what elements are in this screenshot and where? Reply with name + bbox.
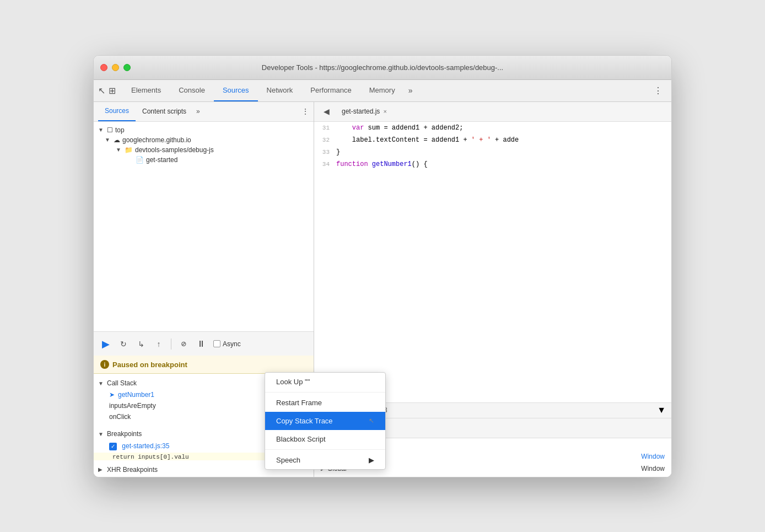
cursor-icon: ↖ xyxy=(369,417,374,424)
inspect-icon[interactable]: ↖ xyxy=(98,85,105,96)
paused-banner: i Paused on breakpoint xyxy=(94,356,314,374)
code-line-34: 34 function getNumber1() { xyxy=(314,158,671,170)
tab-memory[interactable]: Memory xyxy=(360,79,404,101)
tree-label-top: top xyxy=(115,126,125,134)
tree-item-domain[interactable]: ▼ ☁ googlechrome.github.io xyxy=(94,135,314,145)
ctx-item-blackbox-script[interactable]: Blackbox Script xyxy=(265,430,385,448)
code-header: ◀ get-started.js × xyxy=(314,102,671,122)
context-menu: Look Up "" Restart Frame Copy Stack Trac… xyxy=(265,372,386,470)
code-tab-get-started[interactable]: get-started.js × xyxy=(336,101,392,121)
line-number-31: 31 xyxy=(314,125,336,131)
title-bar: Developer Tools - https://googlechrome.g… xyxy=(94,56,671,80)
line-number-33: 33 xyxy=(314,149,336,155)
devtools-window: Developer Tools - https://googlechrome.g… xyxy=(93,55,672,477)
footer-dropdown[interactable]: ▼ xyxy=(657,405,666,415)
async-text: Async xyxy=(223,340,241,348)
tree-arrow: ▼ xyxy=(116,147,122,153)
domain-icon: ☁ xyxy=(114,136,120,144)
callstack-item-label: getNumber1 xyxy=(118,391,154,399)
file-tree: ▼ ☐ top ▼ ☁ googlechrome.github.io ▼ 📁 d… xyxy=(94,122,314,332)
info-icon: i xyxy=(100,360,109,369)
navigate-back-button[interactable]: ◀ xyxy=(319,104,334,119)
tree-label-folder: devtools-samples/debug-js xyxy=(135,146,214,154)
xhr-arrow: ▶ xyxy=(98,466,105,472)
resume-button[interactable]: ▶ xyxy=(98,336,114,352)
active-frame-icon: ➤ xyxy=(109,391,115,399)
tree-item-top[interactable]: ▼ ☐ top xyxy=(94,125,314,135)
breakpoints-arrow: ▼ xyxy=(98,431,105,437)
tab-elements[interactable]: Elements xyxy=(122,79,170,101)
ctx-separator xyxy=(265,392,385,393)
tab-sources[interactable]: Sources xyxy=(214,79,258,101)
line-content-32: label.textContent = addend1 + ' + ' + ad… xyxy=(336,136,671,144)
folder-icon: 📁 xyxy=(125,146,133,154)
devtools-toolbar-icons: ↖ ⊞ xyxy=(98,85,116,96)
bp-label: get-started.js:35 xyxy=(122,442,169,450)
callstack-arrow: ▼ xyxy=(98,380,105,386)
close-button[interactable] xyxy=(100,64,107,71)
code-filename: get-started.js xyxy=(342,108,380,115)
devtools-body: Sources Content scripts » ⋮ ▼ ☐ top xyxy=(94,102,671,477)
async-label[interactable]: Async xyxy=(213,340,241,348)
step-out-button[interactable]: ↑ xyxy=(151,336,166,352)
step-over-button[interactable]: ↻ xyxy=(116,336,131,352)
ctx-separator-2 xyxy=(265,449,385,450)
code-editor[interactable]: 31 var sum = addend1 + addend2; 32 label… xyxy=(314,122,671,402)
subtab-menu-button[interactable]: ⋮ xyxy=(301,107,309,116)
tree-label-file: get-started xyxy=(146,156,177,164)
ctx-item-lookup[interactable]: Look Up "" xyxy=(265,373,385,391)
file-icon: 📄 xyxy=(136,156,144,164)
ctx-item-speech[interactable]: Speech ▶ xyxy=(265,451,385,469)
traffic-lights xyxy=(100,64,131,71)
debugger-controls: ▶ ↻ ↰ ↑ ⊘ ⏸ Async xyxy=(94,331,314,356)
ctx-item-restart-frame[interactable]: Restart Frame xyxy=(265,394,385,412)
bp-checkbox[interactable]: ✓ xyxy=(109,443,117,450)
code-line-31: 31 var sum = addend1 + addend2; xyxy=(314,122,671,134)
line-content-34: function getNumber1() { xyxy=(336,160,671,168)
xhr-breakpoints-title: XHR Breakpoints xyxy=(107,466,158,474)
tree-item-file[interactable]: ▶ 📄 get-started xyxy=(94,155,314,165)
line-content-31: var sum = addend1 + addend2; xyxy=(336,124,671,132)
devtools-menu-button[interactable]: ⋮ xyxy=(649,85,667,96)
sources-subtabs: Sources Content scripts » ⋮ xyxy=(94,102,314,122)
device-icon[interactable]: ⊞ xyxy=(109,85,116,96)
tree-label-domain: googlechrome.github.io xyxy=(122,136,191,144)
this-val: Window xyxy=(641,453,665,460)
tab-console[interactable]: Console xyxy=(170,79,214,101)
async-checkbox[interactable] xyxy=(213,340,220,347)
code-line-33: 33 } xyxy=(314,146,671,158)
line-number-34: 34 xyxy=(314,161,336,168)
tabs-more-button[interactable]: » xyxy=(404,86,417,95)
subtab-more-button[interactable]: » xyxy=(193,108,203,115)
tree-item-folder[interactable]: ▼ 📁 devtools-samples/debug-js xyxy=(94,145,314,155)
subtab-sources[interactable]: Sources xyxy=(98,101,136,121)
code-line-32: 32 label.textContent = addend1 + ' + ' +… xyxy=(314,134,671,146)
deactivate-breakpoints-button[interactable]: ⊘ xyxy=(176,336,191,352)
pause-button[interactable]: ⏸ xyxy=(193,336,209,352)
minimize-button[interactable] xyxy=(112,64,119,71)
tab-performance[interactable]: Performance xyxy=(301,79,360,101)
tree-arrow: ▼ xyxy=(105,137,111,143)
tree-arrow: ▼ xyxy=(98,127,105,133)
tab-network[interactable]: Network xyxy=(258,79,302,101)
code-tab-close-button[interactable]: × xyxy=(383,108,386,115)
line-number-32: 32 xyxy=(314,137,336,143)
paused-text: Paused on breakpoint xyxy=(112,361,187,369)
callstack-title: Call Stack xyxy=(107,379,137,387)
callstack-item-label: inputsAreEmpty xyxy=(109,402,156,410)
submenu-arrow: ▶ xyxy=(369,456,374,464)
callstack-item-label: onClick xyxy=(109,413,131,421)
top-icon: ☐ xyxy=(107,126,113,134)
devtools-tabs: ↖ ⊞ Elements Console Sources Network Per… xyxy=(94,80,671,102)
step-into-button[interactable]: ↰ xyxy=(133,336,149,352)
line-content-33: } xyxy=(336,148,671,156)
window-title: Developer Tools - https://googlechrome.g… xyxy=(262,63,503,72)
breakpoints-title: Breakpoints xyxy=(107,430,142,438)
global-val: Window xyxy=(641,465,665,472)
subtab-content-scripts[interactable]: Content scripts xyxy=(136,101,193,121)
divider xyxy=(171,338,171,350)
maximize-button[interactable] xyxy=(123,64,131,71)
ctx-item-copy-stack-trace[interactable]: Copy Stack Trace ↖ xyxy=(265,412,385,430)
